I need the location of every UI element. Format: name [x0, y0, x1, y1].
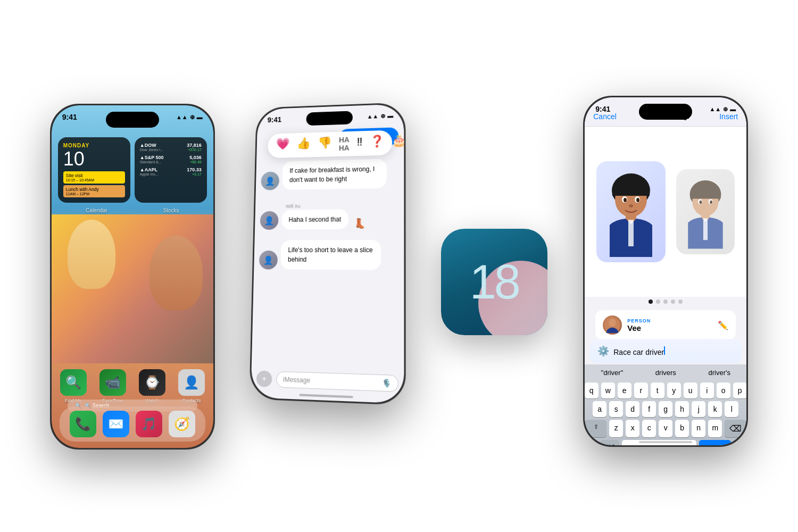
- reaction-exclaim[interactable]: ‼️: [357, 135, 363, 152]
- key-numbers[interactable]: 123: [600, 440, 619, 445]
- time-2: 9:41: [268, 115, 282, 124]
- key-w[interactable]: w: [601, 383, 615, 398]
- dot-5: [678, 300, 683, 304]
- signal-icon-3: ▲▲: [709, 106, 721, 112]
- emoji-secondary[interactable]: [676, 169, 735, 254]
- app-facetime[interactable]: 📹 FaceTime: [97, 369, 128, 403]
- key-p[interactable]: p: [733, 383, 747, 398]
- svg-rect-12: [703, 218, 708, 240]
- home-indicator-2: [300, 394, 353, 398]
- phone-homescreen: 9:41 ▲▲ ⊕ ▬ MONDAY 10 Site visit 10:15 –…: [50, 104, 215, 450]
- homescreen-screen: 9:41 ▲▲ ⊕ ▬ MONDAY 10 Site visit 10:15 –…: [52, 105, 213, 448]
- dot-4: [671, 300, 675, 304]
- key-f[interactable]: f: [642, 401, 656, 417]
- add-attachment-button[interactable]: +: [256, 370, 272, 387]
- child-face: [68, 220, 115, 289]
- prompt-text: Race car driver: [613, 346, 734, 356]
- key-d[interactable]: d: [626, 401, 639, 417]
- wifi-icon-2: ⊕: [381, 112, 386, 119]
- widget-stocks[interactable]: ▲DOWDow Jones I... 37,816+570.17 ▲S&P 50…: [135, 137, 207, 203]
- widgets-row: MONDAY 10 Site visit 10:15 – 10:45AM Lun…: [58, 137, 207, 203]
- ios18-icon: 18: [441, 229, 547, 335]
- reaction-heart[interactable]: 💗: [276, 137, 290, 154]
- avatar-2: 👤: [260, 211, 279, 230]
- pagination-dots: [585, 300, 746, 304]
- key-n[interactable]: n: [692, 420, 705, 437]
- key-q[interactable]: q: [585, 383, 598, 398]
- key-done[interactable]: done: [699, 440, 731, 445]
- msg-1: If cake for breakfast is wrong, I don't …: [282, 159, 387, 190]
- reaction-question[interactable]: ❓: [370, 135, 385, 152]
- key-t[interactable]: t: [651, 383, 664, 398]
- suggestion-driver-quoted[interactable]: "driver": [601, 369, 624, 377]
- dock-phone[interactable]: 📞: [68, 411, 98, 437]
- dock-mail[interactable]: ✉️: [101, 411, 131, 437]
- emoji-preview-area: [585, 127, 746, 297]
- key-shift[interactable]: ⇧: [585, 420, 606, 437]
- key-y[interactable]: y: [667, 383, 681, 398]
- reaction-haha[interactable]: HA HA: [339, 136, 350, 152]
- message-input-bar: + iMessage 🎙️: [256, 370, 398, 392]
- insert-button[interactable]: Insert: [719, 112, 738, 121]
- key-e[interactable]: e: [618, 383, 631, 398]
- imessage-input[interactable]: iMessage 🎙️: [276, 371, 398, 392]
- edit-icon[interactable]: ✏️: [718, 320, 728, 330]
- stock-dow: ▲DOWDow Jones I... 37,816+570.17: [140, 143, 202, 152]
- key-x[interactable]: x: [626, 420, 639, 437]
- app-row-1: 🔍 Find My 📹 FaceTime ⌚ Watch 👤 Contacts: [58, 369, 207, 403]
- widget-calendar[interactable]: MONDAY 10 Site visit 10:15 – 10:45AM Lun…: [58, 137, 130, 203]
- dynamic-island-1: [106, 112, 159, 128]
- signal-icon: ▲▲: [176, 114, 188, 120]
- app-findmy[interactable]: 🔍 Find My: [58, 369, 89, 403]
- emoji-main[interactable]: [596, 161, 666, 262]
- key-v[interactable]: v: [659, 420, 672, 437]
- mic-icon[interactable]: 🎙️: [382, 378, 392, 388]
- app-contacts[interactable]: 👤 Contacts: [176, 369, 207, 403]
- imessage-placeholder: iMessage: [283, 376, 310, 384]
- key-m[interactable]: m: [708, 420, 722, 437]
- key-b[interactable]: b: [675, 420, 689, 437]
- suggestion-drivers[interactable]: drivers: [655, 369, 676, 377]
- key-c[interactable]: c: [642, 420, 656, 437]
- dock-music[interactable]: 🎵: [134, 411, 164, 437]
- stock-sp500: ▲S&P 500Standard &... 5,036+80.48: [140, 155, 202, 164]
- cancel-button[interactable]: Cancel: [593, 112, 617, 121]
- avatar-1: 👤: [261, 172, 280, 190]
- key-delete[interactable]: ⌫: [725, 420, 746, 437]
- key-k[interactable]: k: [708, 401, 722, 417]
- app-watch[interactable]: ⌚ Watch: [137, 369, 168, 403]
- battery-icon-2: ▬: [388, 112, 394, 119]
- msg-3-text: Life's too short to leave a slice behind: [288, 246, 373, 263]
- key-l[interactable]: l: [725, 401, 738, 417]
- reaction-badge-boots: 👢: [354, 218, 365, 229]
- reaction-cake[interactable]: 🎂: [392, 134, 404, 151]
- key-a[interactable]: a: [593, 401, 606, 417]
- reaction-thumbup[interactable]: 👍: [297, 137, 311, 153]
- keyboard: q w e r t y u i o p a s d f g: [585, 379, 746, 445]
- suggestion-drivers-possessive[interactable]: driver's: [708, 369, 730, 377]
- key-z[interactable]: z: [609, 420, 623, 437]
- battery-icon-3: ▬: [730, 106, 736, 112]
- key-i[interactable]: i: [700, 383, 714, 398]
- reaction-thumbdown[interactable]: 👎: [318, 136, 332, 153]
- calendar-event-2: Lunch with Andy 11AM – 12PM: [63, 185, 125, 197]
- msg-3-container: 👤 Life's too short to leave a slice behi…: [259, 240, 398, 270]
- dock-safari[interactable]: 🧭: [167, 411, 197, 437]
- signal-icon-2: ▲▲: [367, 113, 379, 119]
- msg-2-container: Will Xu 👤 Haha I second that 👢: [260, 202, 399, 230]
- calendar-day-num: 10: [63, 149, 125, 169]
- svg-point-15: [700, 201, 702, 204]
- messages-screen: 9:41 ▲▲ ⊕ ▬ Quick question... 💗 👍 👎 HA H…: [251, 104, 404, 403]
- msg-1-container: 👤 If cake for breakfast is wrong, I don'…: [261, 159, 399, 190]
- emoji-reactions[interactable]: 💗 👍 👎 HA HA ‼️ ❓ 🎂 ···: [268, 130, 392, 159]
- key-s[interactable]: s: [609, 401, 623, 417]
- stock-aapl: ▲AAPLApple Inc... 170.33+3.17: [140, 167, 202, 176]
- key-u[interactable]: u: [684, 383, 697, 398]
- home-indicator-3: [639, 441, 692, 443]
- key-g[interactable]: g: [659, 401, 672, 417]
- key-r[interactable]: r: [634, 383, 648, 398]
- key-o[interactable]: o: [717, 383, 730, 398]
- key-h[interactable]: h: [675, 401, 689, 417]
- prompt-area[interactable]: ⚙️ Race car driver: [590, 339, 741, 363]
- key-j[interactable]: j: [692, 401, 705, 417]
